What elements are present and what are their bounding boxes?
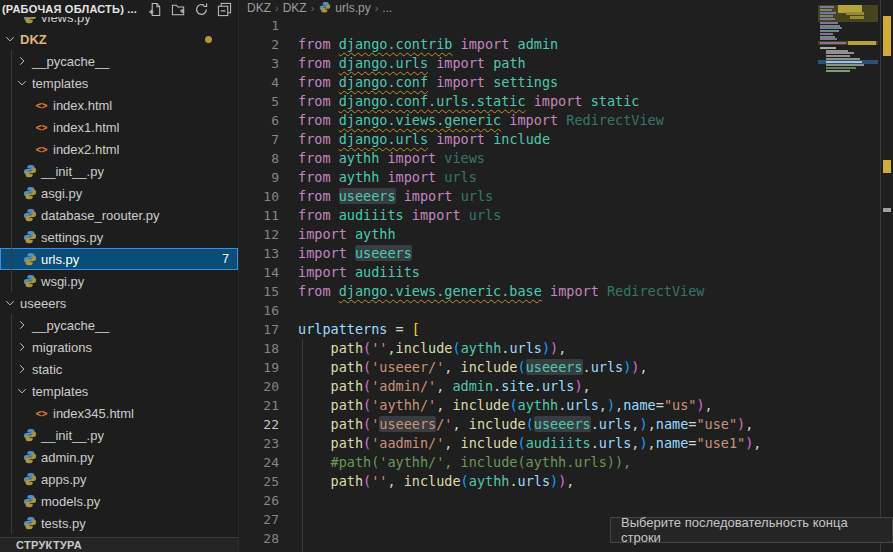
- code-line-20[interactable]: 20 path('admin/', admin.site.urls),: [239, 377, 818, 396]
- python-file-icon: [22, 428, 37, 443]
- ruler-mark: [883, 208, 891, 212]
- code-line-9[interactable]: 9from aythh import urls: [239, 168, 818, 187]
- line-content: from audiiits import urls: [279, 206, 501, 225]
- code-line-10[interactable]: 10from useeers import urls: [239, 187, 818, 206]
- chevron-down-icon: [4, 34, 16, 44]
- code-line-14[interactable]: 14import audiiits: [239, 263, 818, 282]
- tree-item-label: asgi.py: [41, 186, 82, 201]
- python-file-icon: [22, 450, 37, 465]
- tree-item-label: __init__.py: [41, 164, 104, 179]
- breadcrumb-item-dkz[interactable]: DKZ: [283, 1, 307, 15]
- code-line-11[interactable]: 11from audiiits import urls: [239, 206, 818, 225]
- code-line-7[interactable]: 7from django.urls import include: [239, 130, 818, 149]
- line-content: [279, 510, 298, 529]
- code-line-21[interactable]: 21 path('aythh/', include(aythh.urls,),n…: [239, 396, 818, 415]
- refresh-icon[interactable]: [193, 1, 209, 17]
- code-line-8[interactable]: 8from aythh import views: [239, 149, 818, 168]
- outline-section-header[interactable]: СТРУКТУРА: [0, 537, 238, 552]
- tree-item-apps-py[interactable]: apps.py: [0, 468, 238, 490]
- tooltip-text: Выберите последовательность конца строки: [621, 515, 882, 545]
- line-content: from django.views.generic.base import Re…: [279, 282, 704, 301]
- code-line-12[interactable]: 12import aythh: [239, 225, 818, 244]
- code-line-24[interactable]: 24 #path('aythh/', include(aythh.urls)),: [239, 453, 818, 472]
- tree-item-settings-py[interactable]: settings.py: [0, 226, 238, 248]
- tree-item-init-py[interactable]: __init__.py: [0, 160, 238, 182]
- line-number: 27: [239, 510, 279, 529]
- tree-item-asgi-py[interactable]: asgi.py: [0, 182, 238, 204]
- breadcrumb-separator: ›: [374, 2, 380, 14]
- code-line-18[interactable]: 18 path('',include(aythh.urls)),: [239, 339, 818, 358]
- tree-item-wsgi-py[interactable]: wsgi.py: [0, 270, 238, 292]
- minimap-block: [820, 33, 833, 35]
- tree-item-tests-py[interactable]: tests.py: [0, 512, 238, 534]
- code-line-3[interactable]: 3from django.urls import path: [239, 54, 818, 73]
- tree-item-database-roouter-py[interactable]: database_roouter.py: [0, 204, 238, 226]
- tree-item-dkz[interactable]: DKZ: [0, 28, 238, 50]
- code-line-19[interactable]: 19 path('useeer/', include(useeers.urls)…: [239, 358, 818, 377]
- line-content: from aythh import views: [279, 149, 485, 168]
- line-content: import aythh: [279, 225, 396, 244]
- editor-pane: DKZ›DKZ›urls.py›... 12from django.contri…: [239, 0, 893, 552]
- tree-item-migrations[interactable]: migrations: [0, 336, 238, 358]
- line-number: 16: [239, 301, 279, 320]
- line-number: 26: [239, 491, 279, 510]
- line-number: 17: [239, 320, 279, 339]
- minimap-block: [826, 61, 862, 63]
- tree-item-label: index345.html: [53, 406, 134, 421]
- line-content: path('aadmin/', include(audiiits.urls,),…: [279, 434, 761, 453]
- code-line-5[interactable]: 5from django.conf.urls.static import sta…: [239, 92, 818, 111]
- code-line-22[interactable]: 22 path('useeers/', include(useeers.urls…: [239, 415, 818, 434]
- collapse-all-icon[interactable]: [216, 1, 232, 17]
- breadcrumb-separator: ›: [274, 2, 280, 14]
- tree-item-templates[interactable]: templates: [0, 380, 238, 402]
- minimap-block: [820, 6, 834, 8]
- breadcrumb-item-[interactable]: ...: [382, 1, 392, 15]
- tree-item-useeers[interactable]: useeers: [0, 292, 238, 314]
- code-line-13[interactable]: 13import useeers: [239, 244, 818, 263]
- breadcrumb-label: DKZ: [283, 1, 307, 15]
- tree-item-static[interactable]: static: [0, 358, 238, 380]
- tree-item-index345-html[interactable]: <>index345.html: [0, 402, 238, 424]
- minimap[interactable]: [818, 0, 881, 552]
- code-line-17[interactable]: 17urlpatterns = [: [239, 320, 818, 339]
- line-number: 12: [239, 225, 279, 244]
- new-file-icon[interactable]: [147, 1, 163, 17]
- tree-item-pycache[interactable]: __pycache__: [0, 50, 238, 72]
- code-line-1[interactable]: 1: [239, 16, 818, 35]
- tree-item-index2-html[interactable]: <>index2.html: [0, 138, 238, 160]
- code-line-6[interactable]: 6from django.views.generic import Redire…: [239, 111, 818, 130]
- tree-item-admin-py[interactable]: admin.py: [0, 446, 238, 468]
- tree-item-label: apps.py: [41, 472, 87, 487]
- line-content: urlpatterns = [: [279, 320, 420, 339]
- minimap-block: [826, 52, 854, 54]
- tree-item-label: static: [32, 362, 62, 377]
- breadcrumb-item-dkz[interactable]: DKZ: [247, 1, 271, 15]
- new-folder-icon[interactable]: [170, 1, 186, 17]
- breadcrumb-item-urls-py[interactable]: urls.py: [318, 0, 370, 17]
- code-line-4[interactable]: 4from django.conf import settings: [239, 73, 818, 92]
- tree-item-label: tests.py: [41, 516, 86, 531]
- overview-ruler[interactable]: [880, 0, 893, 552]
- tree-item-index1-html[interactable]: <>index1.html: [0, 116, 238, 138]
- line-content: [279, 301, 298, 320]
- chevron-right-icon: [16, 56, 28, 66]
- line-number: 4: [239, 73, 279, 92]
- tree-item-templates[interactable]: templates: [0, 72, 238, 94]
- line-content: from django.urls import include: [279, 130, 550, 149]
- code-line-26[interactable]: 26: [239, 491, 818, 510]
- code-line-23[interactable]: 23 path('aadmin/', include(audiiits.urls…: [239, 434, 818, 453]
- tree-item-label: models.py: [41, 494, 100, 509]
- code-line-15[interactable]: 15from django.views.generic.base import …: [239, 282, 818, 301]
- code-line-16[interactable]: 16: [239, 301, 818, 320]
- code-line-2[interactable]: 2from django.contrib import admin: [239, 35, 818, 54]
- tree-item-pycache[interactable]: __pycache__: [0, 314, 238, 336]
- tree-item-label: templates: [32, 76, 88, 91]
- line-content: from django.conf.urls.static import stat…: [279, 92, 639, 111]
- tree-item-init-py[interactable]: __init__.py: [0, 424, 238, 446]
- code-area[interactable]: 12from django.contrib import admin3from …: [239, 16, 818, 552]
- eol-sequence-tooltip: Выберите последовательность конца строки: [610, 517, 893, 543]
- tree-item-models-py[interactable]: models.py: [0, 490, 238, 512]
- tree-item-urls-py[interactable]: urls.py7: [0, 248, 238, 270]
- tree-item-index-html[interactable]: <>index.html: [0, 94, 238, 116]
- code-line-25[interactable]: 25 path('', include(aythh.urls)),: [239, 472, 818, 491]
